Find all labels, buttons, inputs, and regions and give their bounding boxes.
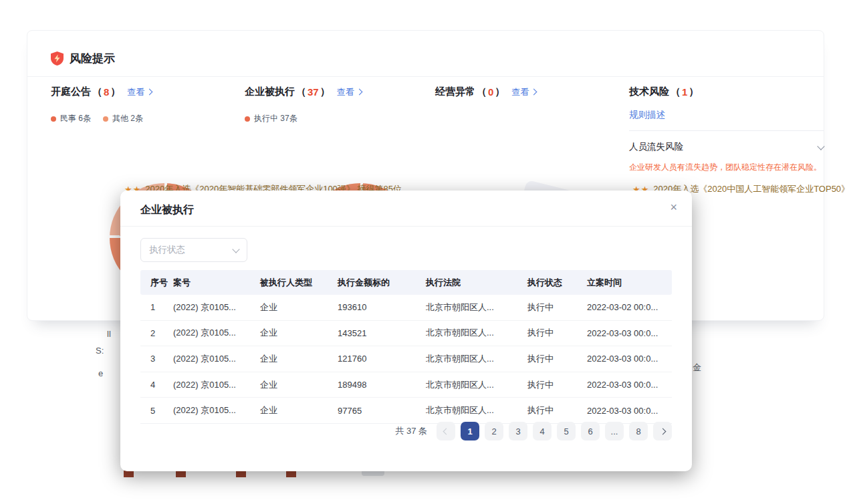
legend-dot [51,116,56,122]
page-button-3[interactable]: 3 [509,422,527,440]
legend: 执行中 37条 [245,113,362,124]
legend-item: 其他 2条 [103,113,143,124]
table-header-row: 序号 案号 被执行人类型 执行金额标的 执行法院 执行状态 立案时间 [140,270,672,295]
section-enforcement: 企业被执行（37） 查看 执行中 37条 [245,86,362,124]
background-bar-fragment [176,471,186,477]
page-button-1[interactable]: 1 [461,422,479,440]
col-header: 序号 [150,277,173,289]
enforcement-status-select[interactable]: 执行状态 [140,238,247,262]
page-button-ellipsis[interactable]: ... [605,422,624,440]
section-count: 8 [104,86,109,98]
prev-page-button[interactable] [437,422,455,440]
pagination-total: 共 37 条 [395,425,427,437]
chevron-left-icon [443,428,449,434]
tech-risk-divider [629,130,824,131]
table-row[interactable]: 1(2022) 京0105...企业193610北京市朝阳区人...执行中202… [140,295,672,321]
view-link-enforcement[interactable]: 查看 [337,86,362,98]
rule-description-link[interactable]: 规则描述 [629,109,830,121]
section-operation-abnormal: 经营异常（0） 查看 [435,86,536,98]
section-court-announcements: 开庭公告（8） 查看 民事 6条 其他 2条 [51,86,152,124]
col-header: 执行法院 [426,277,527,289]
select-placeholder: 执行状态 [149,244,185,256]
table-row[interactable]: 5(2022) 京0105...企业97765北京市朝阳区人...执行中2022… [140,398,672,424]
risk-item-row[interactable]: 人员流失风险 [629,141,824,153]
col-header: 被执行人类型 [260,277,338,289]
section-count: 0 [488,86,493,98]
background-text-fragment: 金 [693,362,701,374]
chevron-down-icon [232,245,239,253]
background-text-fragment: ll [107,329,111,339]
chevron-right-icon [356,89,362,96]
chevron-right-icon [531,89,537,96]
legend: 民事 6条 其他 2条 [51,113,152,124]
modal-header-divider [120,226,692,227]
page-button-4[interactable]: 4 [533,422,552,440]
page-button-2[interactable]: 2 [485,422,503,440]
next-page-button[interactable] [653,422,672,440]
risk-item-description: 企业研发人员有流失趋势，团队稳定性存在潜在风险。 [629,162,830,173]
col-header: 执行金额标的 [338,277,426,289]
risk-panel-header: 风险提示 [51,51,115,66]
page-title: 风险提示 [70,51,115,66]
section-count: 1 [682,86,687,98]
section-tech-risk: 技术风险（1） 规则描述 人员流失风险 企业研发人员有流失趋势，团队稳定性存在潜… [629,86,830,173]
chevron-down-icon[interactable] [817,142,824,150]
table-row[interactable]: 2(2022) 京0105...企业143521北京市朝阳区人...执行中202… [140,321,672,347]
col-header: 执行状态 [527,277,587,289]
view-link-abnormal[interactable]: 查看 [511,86,536,98]
table-row[interactable]: 3(2022) 京0105...企业121760北京市朝阳区人...执行中202… [140,346,672,372]
section-title: 技术风险 [629,86,669,98]
screen: 风险提示 开庭公告（8） 查看 民事 6条 其他 2条 企业被执行（37） 查看… [0,0,847,504]
legend-item: 民事 6条 [51,113,91,124]
enforcement-table: 序号 案号 被执行人类型 执行金额标的 执行法院 执行状态 立案时间 1(202… [140,270,672,424]
chevron-right-icon [659,428,666,434]
col-header: 立案时间 [587,277,662,289]
section-title: 经营异常 [435,86,475,98]
risk-shield-icon [51,51,64,66]
page-button-5[interactable]: 5 [557,422,576,440]
close-icon[interactable]: × [670,201,677,213]
background-bar-fragment [124,471,134,477]
risk-item-name: 人员流失风险 [629,141,683,153]
background-bar-fragment [286,471,296,477]
background-bar-fragment [236,471,246,477]
page-button-8[interactable]: 8 [629,422,648,440]
view-link-court[interactable]: 查看 [127,86,152,98]
background-text-fragment: S: [96,346,104,356]
col-header: 案号 [173,277,260,289]
section-title: 开庭公告 [51,86,91,98]
pagination: 共 37 条 1 2 3 4 5 6 ... 8 [395,422,672,440]
legend-item: 执行中 37条 [245,113,297,124]
section-count: 37 [308,86,319,98]
header-divider [27,76,824,77]
section-title: 企业被执行 [245,86,295,98]
background-text-fragment: e [98,368,103,378]
page-button-6[interactable]: 6 [581,422,600,440]
chevron-right-icon [146,89,153,96]
enforcement-modal: 企业被执行 × 执行状态 序号 案号 被执行人类型 执行金额标的 执行法院 执行… [120,191,692,471]
legend-dot [245,116,250,122]
legend-dot [103,116,108,122]
modal-title: 企业被执行 [140,203,194,217]
table-row[interactable]: 4(2022) 京0105...企业189498北京市朝阳区人...执行中202… [140,372,672,398]
